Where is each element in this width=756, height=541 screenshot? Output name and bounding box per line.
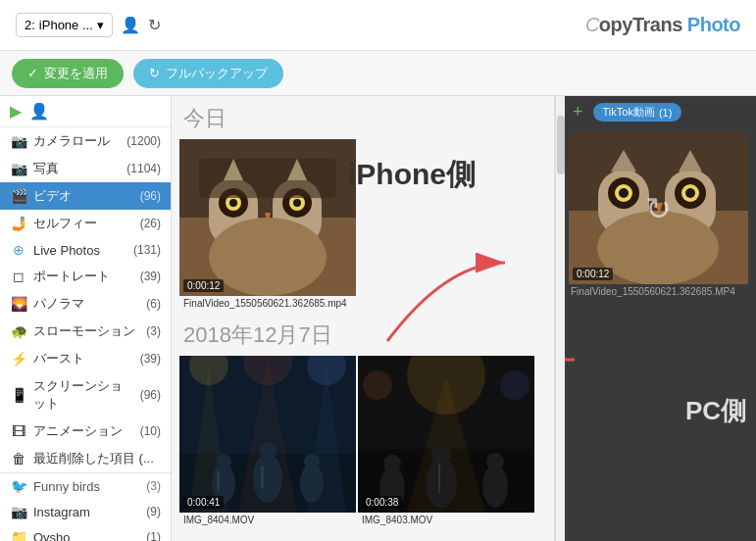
video-duration-3: 0:00:38 bbox=[362, 496, 402, 509]
sidebar-item-instagram[interactable]: 📷 Instagram (9) bbox=[0, 499, 171, 524]
svg-point-40 bbox=[426, 458, 457, 509]
slow-motion-count: (3) bbox=[146, 324, 161, 338]
svg-point-10 bbox=[293, 199, 301, 207]
header: 2: iPhone ... ▾ 👤 ↻ CopyTrans Photo bbox=[0, 0, 756, 51]
apply-checkmark-icon: ✓ bbox=[27, 66, 38, 80]
instagram-label: Instagram bbox=[33, 505, 140, 519]
live-photos-label: Live Photos bbox=[33, 243, 127, 258]
backup-label: フルバックアップ bbox=[166, 65, 268, 82]
header-icons: 👤 ↻ bbox=[121, 16, 161, 34]
animation-icon: 🎞 bbox=[10, 423, 27, 439]
date-heading: 2018年12月7日 bbox=[172, 313, 554, 354]
device-selector[interactable]: 2: iPhone ... ▾ bbox=[16, 13, 113, 37]
iphone-scrollbar[interactable] bbox=[555, 96, 565, 541]
sidebar-item-photos[interactable]: 📷 写真 (1104) bbox=[0, 155, 171, 182]
sidebar-item-slow-motion[interactable]: 🐢 スローモーション (3) bbox=[0, 318, 171, 345]
instagram-icon: 📷 bbox=[10, 504, 27, 519]
svg-point-43 bbox=[486, 453, 504, 470]
svg-point-41 bbox=[431, 444, 451, 464]
pc-album-count: (1) bbox=[659, 107, 672, 119]
svg-rect-31 bbox=[261, 467, 264, 488]
sidebar-item-selfie[interactable]: 🤳 セルフィー (26) bbox=[0, 210, 171, 237]
pc-panel: + TikTok動画 (1) PC側 bbox=[565, 96, 756, 541]
svg-point-29 bbox=[304, 454, 320, 469]
owl-thumbnail-image bbox=[179, 139, 356, 296]
brand-copytrans: opyTrans bbox=[599, 14, 687, 35]
owl-video-thumb[interactable]: 0:00:12 bbox=[179, 139, 356, 296]
sidebar-item-panorama[interactable]: 🌄 パノラマ (6) bbox=[0, 290, 171, 318]
sidebar-item-funny-birds[interactable]: 🐦 Funny birds (3) bbox=[0, 473, 171, 499]
scrollbar-thumb[interactable] bbox=[557, 116, 565, 174]
slow-motion-label: スローモーション bbox=[33, 322, 140, 340]
selfie-label: セルフィー bbox=[33, 215, 134, 232]
animation-count: (10) bbox=[140, 424, 161, 438]
funny-birds-label: Funny birds bbox=[33, 479, 140, 494]
pc-refresh-icon: ↻ bbox=[645, 190, 672, 227]
sidebar: ▶ 👤 📷 カメラロール (1200) 📷 写真 (1104) 🎬 ビデオ (9… bbox=[0, 96, 172, 541]
person-button[interactable]: 👤 bbox=[121, 16, 140, 34]
selfie-icon: 🤳 bbox=[10, 216, 27, 231]
screenshot-count: (96) bbox=[140, 388, 161, 402]
concert-thumb-2[interactable]: 0:00:38 bbox=[358, 356, 534, 513]
backup-refresh-icon: ↻ bbox=[149, 66, 160, 80]
sidebar-item-portrait[interactable]: ◻ ポートレート (39) bbox=[0, 263, 171, 290]
pc-video-duration: 0:00:12 bbox=[573, 268, 613, 280]
camera-roll-label: カメラロール bbox=[33, 132, 121, 150]
video-item-2[interactable]: 0:00:41 IMG_8404.MOV bbox=[179, 356, 356, 527]
sidebar-item-live-photos[interactable]: ⊕ Live Photos (131) bbox=[0, 237, 171, 263]
funny-birds-count: (3) bbox=[146, 479, 161, 493]
device-name: iPhone ... bbox=[39, 18, 93, 32]
sidebar-item-recently-deleted[interactable]: 🗑 最近削除した項目 (... bbox=[0, 445, 171, 472]
sidebar-top: ▶ 👤 bbox=[0, 96, 171, 127]
refresh-button[interactable]: ↻ bbox=[148, 16, 161, 34]
video-caption-1: FinalVideo_1550560621.362685.mp4 bbox=[179, 296, 356, 311]
video-duration-1: 0:00:12 bbox=[183, 279, 224, 292]
panorama-count: (6) bbox=[146, 297, 161, 311]
svg-rect-12 bbox=[199, 159, 336, 198]
sidebar-item-animation[interactable]: 🎞 アニメーション (10) bbox=[0, 418, 171, 445]
svg-point-55 bbox=[685, 188, 695, 198]
pc-video-caption: FinalVideo_1550560621.362685.MP4 bbox=[569, 284, 752, 299]
sidebar-item-camera-roll[interactable]: 📷 カメラロール (1200) bbox=[0, 127, 171, 155]
video-item-1[interactable]: 0:00:12 FinalVideo_1550560621.362685.mp4 bbox=[179, 139, 356, 311]
device-num: 2: bbox=[25, 18, 35, 32]
pc-album-badge[interactable]: TikTok動画 (1) bbox=[593, 103, 682, 122]
svg-rect-44 bbox=[438, 464, 440, 493]
sidebar-item-oysho[interactable]: 📁 Oysho (1) bbox=[0, 524, 171, 541]
portrait-label: ポートレート bbox=[33, 268, 134, 285]
recently-deleted-label: 最近削除した項目 (... bbox=[33, 450, 161, 467]
sidebar-item-videos[interactable]: 🎬 ビデオ (96) bbox=[0, 182, 171, 210]
pc-panel-header: + TikTok動画 (1) bbox=[565, 96, 756, 128]
video-item-3[interactable]: 0:00:38 IMG_8403.MOV bbox=[358, 356, 534, 527]
pc-add-button[interactable]: + bbox=[573, 102, 583, 123]
concert-thumb-1[interactable]: 0:00:41 bbox=[179, 356, 356, 513]
slow-motion-icon: 🐢 bbox=[10, 323, 27, 339]
photos-count: (1104) bbox=[126, 162, 161, 175]
pc-video-item[interactable]: ↻ 0:00:12 FinalVideo_1550560621.362685.M… bbox=[569, 132, 752, 299]
svg-point-13 bbox=[209, 218, 327, 296]
svg-point-37 bbox=[500, 370, 529, 400]
oysho-icon: 📁 bbox=[10, 529, 27, 541]
photos-icon: 📷 bbox=[10, 161, 27, 176]
backup-button[interactable]: ↻ フルバックアップ bbox=[133, 59, 283, 88]
concert2-thumbnail bbox=[358, 356, 534, 513]
recently-deleted-icon: 🗑 bbox=[10, 451, 27, 467]
panorama-label: パノラマ bbox=[33, 295, 140, 313]
concert1-thumbnail bbox=[179, 356, 356, 513]
toolbar: ✓ 変更を適用 ↻ フルバックアップ bbox=[0, 51, 756, 96]
screenshot-icon: 📱 bbox=[10, 387, 27, 403]
camera-roll-icon: 📷 bbox=[10, 133, 27, 149]
screenshot-label: スクリーンショット bbox=[33, 377, 134, 413]
video-caption-2: IMG_8404.MOV bbox=[179, 513, 356, 527]
brand-photo: Photo bbox=[687, 14, 740, 35]
sidebar-item-burst[interactable]: ⚡ バースト (39) bbox=[0, 345, 171, 372]
dec7-videos-row: 0:00:41 IMG_8404.MOV bbox=[172, 354, 554, 529]
sidebar-item-screenshot[interactable]: 📱 スクリーンショット (96) bbox=[0, 372, 171, 418]
sidebar-profile-icon: 👤 bbox=[29, 102, 49, 121]
apply-button[interactable]: ✓ 変更を適用 bbox=[12, 59, 124, 88]
pc-album-label: TikTok動画 bbox=[603, 105, 655, 120]
main-area: ▶ 👤 📷 カメラロール (1200) 📷 写真 (1104) 🎬 ビデオ (9… bbox=[0, 96, 756, 541]
photos-label: 写真 bbox=[33, 160, 121, 177]
oysho-count: (1) bbox=[146, 530, 161, 541]
pc-owl-thumb[interactable]: ↻ 0:00:12 bbox=[569, 132, 748, 284]
